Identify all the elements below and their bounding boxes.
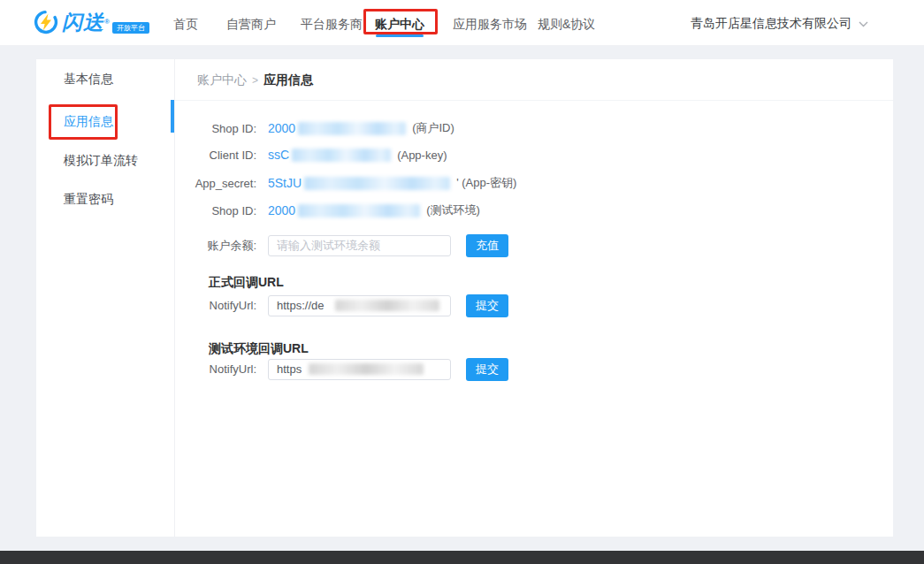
nav-item-account-center[interactable]: 账户中心 <box>375 17 424 33</box>
nav-item-home[interactable]: 首页 <box>173 17 198 33</box>
nav-item-rules[interactable]: 规则&协议 <box>538 17 595 33</box>
nav-item-account-center-label: 账户中心 <box>375 17 424 31</box>
top-header: 闪送® 开放平台 首页 自营商户 平台服务商 账户中心 应用服务市场 规则&协议… <box>0 0 924 46</box>
lightning-logo-icon <box>34 10 58 34</box>
test-shop-id-value: 2000 (测试环境) <box>268 202 480 218</box>
formal-notify-row: NotifyUrl: 提交 <box>175 293 884 317</box>
client-id-suffix: (App-key) <box>397 149 447 162</box>
sidebar-item-basic-info[interactable]: 基本信息 <box>64 70 113 88</box>
main-card: 基本信息 应用信息 模拟订单流转 重置密码 账户中心>应用信息 Shop ID:… <box>36 59 893 537</box>
breadcrumb: 账户中心>应用信息 <box>197 72 313 88</box>
test-shop-id-visible-text: 2000 <box>268 203 295 217</box>
test-shop-id-label: Shop ID: <box>175 204 256 217</box>
redacted-test-url <box>309 363 424 375</box>
shop-id-visible-text: 2000 <box>268 121 295 135</box>
nav-item-app-market[interactable]: 应用服务市场 <box>453 17 527 33</box>
breadcrumb-divider <box>175 100 893 101</box>
sidebar-item-app-info[interactable]: 应用信息 <box>64 112 113 130</box>
client-id-row: Client ID: ssC (App-key) <box>175 146 884 164</box>
content-area: 账户中心>应用信息 Shop ID: 2000 (商户ID) Client ID… <box>175 59 893 537</box>
brand-logo[interactable]: 闪送® 开放平台 <box>34 10 149 34</box>
app-secret-row: App_secret: 5StJU ' (App-密钥) <box>175 174 884 192</box>
breadcrumb-parent[interactable]: 账户中心 <box>197 72 247 87</box>
redacted-shop-id <box>298 122 406 135</box>
breadcrumb-separator: > <box>252 74 258 87</box>
app-secret-suffix: ' (App-密钥) <box>456 175 516 191</box>
sidebar-item-mock-order[interactable]: 模拟订单流转 <box>64 151 138 169</box>
company-name: 青岛开店星信息技术有限公司 <box>691 16 851 32</box>
app-secret-label: App_secret: <box>175 177 256 190</box>
client-id-value: ssC (App-key) <box>268 148 447 162</box>
app-secret-visible-text: 5StJU <box>268 176 302 190</box>
client-id-label: Client ID: <box>175 149 256 162</box>
nav-item-platform-provider[interactable]: 平台服务商 <box>301 17 363 33</box>
sidebar-item-reset-password[interactable]: 重置密码 <box>64 190 113 208</box>
balance-row: 账户余额: 充值 <box>175 233 884 257</box>
app-secret-value: 5StJU ' (App-密钥) <box>268 175 516 191</box>
nav-item-self-merchant[interactable]: 自营商户 <box>226 17 276 33</box>
brand-name: 闪送® <box>62 10 111 34</box>
shop-id-row: Shop ID: 2000 (商户ID) <box>175 119 884 137</box>
redacted-formal-url <box>335 300 439 311</box>
registered-mark: ® <box>104 18 111 26</box>
redacted-test-shop-id <box>298 204 420 217</box>
formal-notify-input-wrap <box>268 295 451 316</box>
test-callback-heading: 测试环境回调URL <box>209 341 309 357</box>
active-tab-underline <box>376 34 424 37</box>
brand-badge: 开放平台 <box>112 22 149 34</box>
client-id-visible-text: ssC <box>268 148 289 162</box>
shop-id-label: Shop ID: <box>175 122 256 135</box>
test-notify-input-wrap <box>268 359 451 380</box>
balance-label: 账户余额: <box>175 238 256 254</box>
formal-callback-heading: 正式回调URL <box>209 275 284 291</box>
redacted-app-secret <box>304 177 450 190</box>
account-menu[interactable]: 青岛开店星信息技术有限公司 <box>691 16 868 32</box>
chevron-down-icon <box>859 21 868 27</box>
redacted-client-id <box>292 149 391 162</box>
test-notify-row: NotifyUrl: 提交 <box>175 357 884 381</box>
breadcrumb-current: 应用信息 <box>263 72 313 87</box>
formal-submit-button[interactable]: 提交 <box>466 294 508 317</box>
test-shop-id-row: Shop ID: 2000 (测试环境) <box>175 202 884 219</box>
formal-notify-label: NotifyUrl: <box>175 299 256 312</box>
shop-id-suffix: (商户ID) <box>412 120 454 136</box>
balance-input-wrap <box>268 235 451 256</box>
recharge-button[interactable]: 充值 <box>466 234 508 257</box>
test-shop-id-suffix: (测试环境) <box>426 202 480 218</box>
test-notify-label: NotifyUrl: <box>175 362 256 376</box>
test-submit-button[interactable]: 提交 <box>466 358 508 381</box>
footer-bar <box>0 551 924 564</box>
balance-input[interactable] <box>268 235 451 256</box>
shop-id-value: 2000 (商户ID) <box>268 120 454 136</box>
